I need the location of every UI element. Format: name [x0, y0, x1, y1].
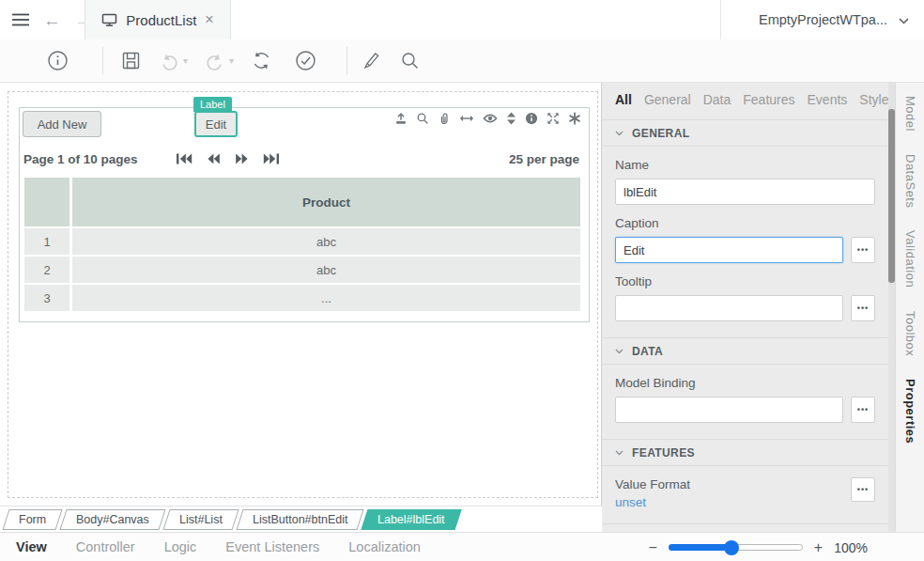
section-features-header[interactable]: FEATURES	[602, 439, 888, 466]
properties-filter-tabs: All General Data Features Events Style	[615, 83, 875, 107]
previous-page-icon[interactable]	[207, 153, 221, 164]
expand-icon[interactable]	[547, 112, 560, 125]
last-page-icon[interactable]	[263, 153, 280, 164]
name-input[interactable]	[615, 179, 875, 205]
bottom-tab-logic[interactable]: Logic	[164, 539, 197, 554]
value-format-unset-link[interactable]: unset	[615, 495, 646, 509]
canvas-zoom-controls: − + 100%	[649, 533, 869, 561]
studio-app: ← → ProductList × EmptyProjectWTpa...	[0, 0, 924, 561]
toolbar-divider	[102, 47, 103, 75]
section-general-header[interactable]: GENERAL	[602, 119, 888, 147]
zoom-out-button[interactable]: −	[649, 540, 657, 555]
zoom-slider[interactable]	[669, 544, 803, 551]
search-icon[interactable]	[416, 112, 429, 125]
list-widget[interactable]: Add New Label Edit	[19, 107, 590, 322]
zoom-level-label: 100%	[834, 540, 868, 555]
section-data-header[interactable]: DATA	[602, 337, 888, 365]
close-tab-icon[interactable]: ×	[205, 11, 213, 28]
caption-input[interactable]	[615, 237, 843, 263]
table-header-index[interactable]	[24, 178, 69, 226]
side-tab-validation[interactable]: Validation	[903, 230, 917, 288]
tab-style[interactable]: Style	[859, 92, 888, 107]
breadcrumb-list[interactable]: List#List	[162, 509, 239, 530]
model-binding-more-button[interactable]: •••	[851, 397, 875, 423]
row-index-cell[interactable]: 3	[24, 285, 69, 311]
undo-icon[interactable]	[159, 51, 179, 71]
side-tab-properties[interactable]: Properties	[903, 379, 917, 444]
info-filled-icon[interactable]	[525, 112, 538, 125]
refresh-icon[interactable]	[251, 50, 272, 71]
value-format-more-button[interactable]: •••	[851, 477, 875, 502]
next-page-icon[interactable]	[235, 153, 249, 164]
bottom-tab-view[interactable]: View	[16, 539, 47, 554]
navigate-back-icon[interactable]: ←	[43, 11, 61, 29]
check-circle-icon[interactable]	[295, 50, 316, 71]
tab-events[interactable]: Events	[808, 92, 848, 107]
tooltip-more-button[interactable]: •••	[851, 295, 875, 321]
section-title: FEATURES	[632, 446, 695, 460]
page-tab-title: ProductList	[126, 12, 196, 28]
tab-general[interactable]: General	[644, 92, 691, 107]
side-tab-datasets[interactable]: DataSets	[903, 154, 917, 208]
row-index-cell[interactable]: 1	[24, 228, 69, 255]
design-canvas[interactable]: Add New Label Edit	[0, 83, 601, 506]
breadcrumb-label-lbledit[interactable]: Label#lblEdit	[362, 509, 462, 530]
tooltip-field-label: Tooltip	[615, 274, 875, 288]
widget-breadcrumb: Form Body#Canvas List#List ListButton#bt…	[0, 506, 602, 532]
section-title: GENERAL	[632, 127, 689, 140]
panel-scrollbar[interactable]	[888, 83, 895, 532]
export-icon[interactable]	[394, 112, 408, 125]
panel-scrollbar-thumb[interactable]	[888, 109, 895, 283]
table-header-product[interactable]: Product	[72, 178, 580, 226]
side-tab-model[interactable]: Model	[903, 96, 917, 132]
hamburger-menu-icon[interactable]	[11, 12, 30, 27]
caption-field-label: Caption	[615, 216, 875, 230]
style-brush-icon[interactable]	[361, 50, 382, 71]
search-icon[interactable]	[399, 50, 421, 71]
bottom-tab-controller[interactable]: Controller	[76, 539, 135, 554]
tooltip-input[interactable]	[615, 295, 843, 321]
bottom-tab-event-listeners[interactable]: Event Listeners	[225, 539, 319, 554]
tab-features[interactable]: Features	[743, 92, 794, 107]
right-side-tabs: Model DataSets Validation Toolbox Proper…	[895, 83, 924, 532]
tab-all[interactable]: All	[615, 92, 632, 107]
project-name: EmptyProjectWTpa...	[759, 12, 887, 27]
reorder-icon[interactable]	[506, 112, 516, 125]
resize-horizontal-icon[interactable]	[459, 113, 474, 124]
attachment-icon[interactable]	[438, 112, 451, 125]
row-index-cell[interactable]: 2	[24, 257, 69, 283]
redo-dropdown-caret-icon[interactable]: ▾	[229, 55, 234, 66]
row-product-cell[interactable]: abc	[72, 257, 580, 283]
main-toolbar: ▾ ▾	[0, 39, 924, 83]
zoom-slider-thumb[interactable]	[724, 540, 739, 555]
first-page-icon[interactable]	[176, 153, 192, 164]
page-tab-productlist[interactable]: ProductList ×	[85, 0, 231, 39]
breadcrumb-form[interactable]: Form	[2, 509, 62, 530]
add-new-button[interactable]: Add New	[23, 111, 101, 137]
divider	[602, 523, 888, 524]
page-status: Page 1 of 10 pages	[23, 152, 138, 166]
bottom-tab-localization[interactable]: Localization	[348, 539, 421, 554]
project-switcher[interactable]: EmptyProjectWTpa...	[720, 0, 924, 39]
top-bar: ← → ProductList × EmptyProjectWTpa...	[0, 0, 924, 39]
page-size-label: 25 per page	[509, 152, 579, 166]
row-product-cell[interactable]: ...	[72, 285, 580, 311]
breadcrumb-body-canvas[interactable]: Body#Canvas	[60, 509, 166, 530]
breadcrumb-listbutton-btnedit[interactable]: ListButton#btnEdit	[236, 509, 364, 530]
zoom-in-button[interactable]: +	[814, 540, 823, 555]
list-pagination: Page 1 of 10 pages 25 per page	[20, 143, 589, 175]
model-binding-input[interactable]	[615, 397, 843, 423]
undo-dropdown-caret-icon[interactable]: ▾	[183, 55, 188, 66]
info-icon[interactable]	[47, 50, 69, 71]
row-product-cell[interactable]: abc	[72, 228, 580, 255]
edit-button[interactable]: Edit	[194, 111, 238, 137]
side-tab-toolbox[interactable]: Toolbox	[903, 311, 917, 356]
preview-eye-icon[interactable]	[483, 113, 498, 124]
model-binding-field-label: Model Binding	[615, 376, 875, 390]
caption-more-button[interactable]: •••	[851, 237, 875, 263]
save-icon[interactable]	[120, 50, 142, 71]
actions-asterisk-icon[interactable]	[568, 112, 581, 125]
redo-icon[interactable]	[205, 51, 225, 71]
edit-label-widget[interactable]: Label Edit	[194, 111, 238, 140]
tab-data[interactable]: Data	[703, 92, 732, 107]
